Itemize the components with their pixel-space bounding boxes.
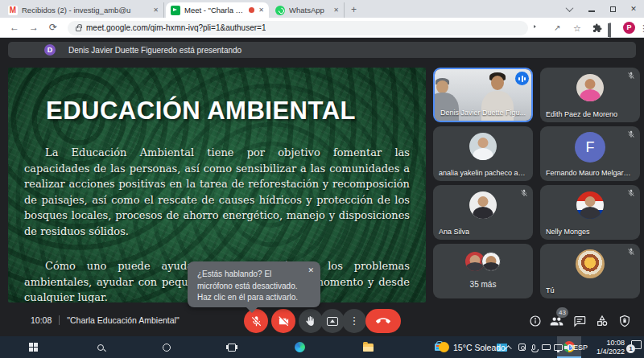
extensions-icon[interactable]	[592, 23, 603, 34]
participant-name: Nelly Monges	[546, 228, 590, 236]
slide-title: EDUCACIÓN AMBIENTAL	[8, 97, 426, 126]
windows-taskbar: 15°C Soleado ESP 10:08 1/4/2022 1	[0, 336, 644, 358]
touch-keyboard-icon[interactable]	[540, 336, 551, 358]
tab-close-icon[interactable]: ✕	[258, 6, 264, 14]
cortana-button[interactable]	[155, 336, 179, 358]
participant-tile-edith[interactable]: Edith Paez de Moreno	[540, 68, 640, 122]
notification-badge: 1	[626, 344, 635, 353]
mic-off-icon	[627, 189, 635, 197]
side-panel-icon[interactable]	[609, 23, 620, 34]
meet-bottom-bar: 10:08 "Charla Educación Ambiental" ⋮	[0, 302, 644, 336]
present-screen-button[interactable]	[320, 309, 345, 333]
display-tray-icon[interactable]	[552, 336, 564, 358]
presenting-text: Denis Javier Duette Figueredo está prese…	[68, 46, 242, 55]
presenter-avatar: D	[44, 44, 56, 56]
mic-off-icon	[627, 248, 635, 256]
sun-icon	[439, 342, 449, 352]
present-icon	[327, 317, 338, 326]
language-indicator[interactable]: ESP	[573, 336, 588, 358]
camera-off-button[interactable]	[271, 309, 295, 333]
whatsapp-icon	[275, 6, 285, 15]
back-icon[interactable]: ←	[8, 21, 21, 34]
end-call-button[interactable]	[365, 309, 401, 333]
tab-whatsapp[interactable]: WhatsApp ✕	[270, 2, 345, 18]
tooltip-text: ¿Estás hablando? El micrófono está desac…	[197, 270, 298, 302]
share-icon[interactable]: ↗	[554, 23, 564, 34]
activities-button[interactable]	[596, 315, 609, 328]
slide-paragraph: La Educación Ambiental tiene por objetiv…	[24, 145, 410, 239]
tab-list-chevron-icon[interactable]	[559, 0, 580, 18]
address-bar[interactable]: meet.google.com/qim-hxmn-ivq?pli=1&authu…	[68, 21, 528, 35]
participant-name: Tú	[546, 286, 555, 294]
self-tile[interactable]: Tú	[540, 244, 640, 298]
info-button[interactable]	[529, 315, 543, 328]
participant-name: Fernando Mauro Melgarejo	[546, 169, 633, 177]
avatar-initial: F	[575, 132, 605, 163]
new-tab-button[interactable]: +	[347, 3, 361, 17]
tooltip-close-icon[interactable]: ✕	[308, 265, 314, 276]
tray-app-icon[interactable]	[516, 336, 527, 358]
avatar	[469, 133, 497, 160]
presenting-banner: D Denis Javier Duette Figueredo está pre…	[8, 42, 636, 58]
window-close-button[interactable]: ✕	[623, 0, 644, 18]
avatar-group	[465, 252, 501, 271]
taskbar-clock[interactable]: 10:08 1/4/2022	[591, 336, 625, 358]
forward-icon[interactable]: →	[27, 21, 40, 34]
tray-microphone-icon[interactable]	[528, 336, 539, 358]
participant-tile-denis[interactable]: Denis Javier Duette Figu...	[433, 68, 533, 122]
bookmark-star-icon[interactable]: ☆	[573, 23, 584, 34]
more-participants-label: 35 más	[433, 280, 533, 289]
avatar	[576, 191, 604, 219]
participant-tile-ana[interactable]: Ana Silva	[433, 185, 533, 240]
media-capture-dot	[249, 7, 254, 13]
more-vert-icon: ⋮	[349, 317, 360, 325]
tab-gmail[interactable]: M Recibidos (2) - investig_amb@u ✕	[3, 2, 164, 18]
mic-off-icon	[627, 130, 635, 138]
audio-speaking-indicator	[515, 72, 529, 85]
tab-close-icon[interactable]: ✕	[153, 6, 159, 14]
chat-button[interactable]	[573, 315, 587, 328]
more-options-button[interactable]: ⋮	[342, 309, 366, 333]
gmail-icon: M	[8, 6, 18, 15]
meeting-time: 10:08	[31, 315, 52, 325]
browser-tab-strip: M Recibidos (2) - investig_amb@u ✕ Meet …	[0, 0, 644, 18]
weather-widget[interactable]: 15°C Soleado	[439, 336, 506, 358]
participant-name: Denis Javier Duette Figu...	[440, 109, 526, 117]
maximize-button[interactable]	[602, 0, 623, 18]
participant-name: Edith Paez de Moreno	[546, 110, 617, 118]
search-button[interactable]	[89, 336, 113, 358]
camera-in-use-icon[interactable]	[534, 23, 544, 34]
more-participants-tile[interactable]: 35 más	[433, 244, 533, 298]
minimize-button[interactable]	[581, 0, 602, 18]
clock-time: 10:08	[591, 339, 625, 348]
task-view-button[interactable]	[220, 336, 244, 358]
profile-avatar[interactable]: P	[623, 22, 635, 34]
hidden-icons-chevron[interactable]	[504, 336, 515, 358]
tab-title: Meet - "Charla Educación A	[184, 6, 245, 14]
raise-hand-button[interactable]	[299, 309, 323, 333]
people-count-badge: 43	[556, 307, 568, 318]
avatar	[469, 191, 497, 219]
browser-toolbar: ← → ⟳ meet.google.com/qim-hxmn-ivq?pli=1…	[0, 18, 644, 38]
edge-icon[interactable]	[287, 336, 312, 358]
participant-tile-fernando[interactable]: F Fernando Mauro Melgarejo	[540, 126, 640, 181]
divider	[59, 315, 60, 325]
avatar	[576, 74, 604, 101]
lock-icon	[76, 27, 81, 31]
screen: M Recibidos (2) - investig_amb@u ✕ Meet …	[0, 0, 644, 358]
start-button[interactable]	[21, 336, 45, 358]
file-explorer-icon[interactable]	[356, 336, 380, 358]
participant-tile-analia[interactable]: analia yakelin pacheco al...	[433, 126, 533, 181]
participant-name: analia yakelin pacheco al...	[439, 169, 526, 177]
browser-menu-icon[interactable]: ⋮	[638, 23, 644, 34]
weather-text: 15°C Soleado	[453, 343, 506, 352]
tab-close-icon[interactable]: ✕	[333, 6, 339, 14]
tab-meet[interactable]: Meet - "Charla Educación A ✕	[166, 2, 269, 18]
tab-title: Recibidos (2) - investig_amb@u	[22, 6, 149, 14]
participant-tile-nelly[interactable]: Nelly Monges	[540, 185, 640, 240]
action-center-icon[interactable]: 1	[631, 340, 642, 349]
mic-muted-tooltip: ¿Estás hablando? El micrófono está desac…	[188, 261, 320, 307]
host-controls-button[interactable]	[618, 315, 632, 328]
meeting-name: "Charla Educación Ambiental"	[67, 315, 179, 325]
reload-icon[interactable]: ⟳	[47, 21, 60, 34]
